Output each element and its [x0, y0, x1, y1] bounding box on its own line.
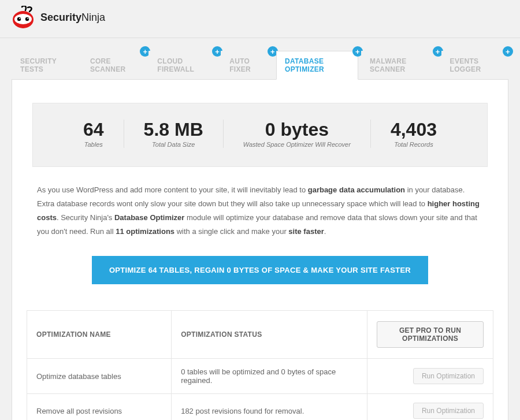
stat-wasted-value: 0 bytes [243, 120, 351, 140]
col-action: GET PRO TO RUN OPTIMIZATIONS [367, 311, 493, 359]
tab-malware-scanner[interactable]: MALWARE SCANNER+ [361, 51, 439, 79]
stat-records-value: 4,403 [391, 120, 437, 140]
stat-records: 4,403 Total Records [371, 120, 456, 148]
tab-core-scanner[interactable]: CORE SCANNER+ [81, 51, 146, 79]
tab-label: MALWARE SCANNER [370, 57, 406, 73]
opt-name: Optimize database tables [27, 359, 172, 394]
tab-auto-fixer[interactable]: AUTO FIXER+ [221, 51, 273, 79]
table-row: Optimize database tables0 tables will be… [27, 359, 493, 394]
stat-tables-label: Tables [83, 141, 104, 148]
stat-wasted-label: Wasted Space Optimizer Will Recover [243, 141, 351, 148]
description-text: As you use WordPress and add more conten… [37, 183, 483, 239]
optimize-all-button[interactable]: OPTIMIZE 64 TABLES, REGAIN 0 BYTES OF SP… [92, 256, 428, 284]
tab-label: AUTO FIXER [229, 57, 251, 73]
tab-label: DATABASE OPTIMIZER [285, 57, 324, 73]
tab-label: CLOUD FIREWALL [157, 57, 194, 73]
stat-size: 5.8 MB Total Data Size [124, 120, 224, 148]
opt-status: 0 tables will be optimized and 0 bytes o… [172, 359, 367, 394]
svg-point-2 [17, 17, 21, 21]
optimizations-table: OPTIMIZATION NAME OPTIMIZATION STATUS GE… [27, 310, 493, 420]
opt-name: Remove all post revisions [27, 394, 172, 420]
tab-security-tests[interactable]: SECURITY TESTS [12, 51, 79, 79]
stat-tables-value: 64 [83, 120, 104, 140]
stat-size-value: 5.8 MB [144, 120, 203, 140]
tab-bar: SECURITY TESTSCORE SCANNER+CLOUD FIREWAL… [12, 51, 508, 79]
run-optimization-button[interactable]: Run Optimization [413, 368, 484, 384]
stat-size-label: Total Data Size [144, 141, 203, 148]
table-row: Remove all post revisions182 post revisi… [27, 394, 493, 420]
tab-cloud-firewall[interactable]: CLOUD FIREWALL+ [148, 51, 218, 79]
opt-action-cell: Run Optimization [367, 394, 493, 420]
ninja-icon [10, 6, 36, 29]
svg-point-1 [14, 14, 32, 24]
svg-point-5 [27, 18, 28, 19]
opt-status: 182 post revisions found for removal. [172, 394, 367, 420]
svg-point-4 [19, 18, 20, 19]
tab-events-logger[interactable]: EVENTS LOGGER+ [441, 51, 508, 79]
brand-name: SecurityNinja [40, 12, 105, 24]
stat-records-label: Total Records [391, 141, 437, 148]
main-panel: 64 Tables 5.8 MB Total Data Size 0 bytes… [12, 79, 508, 420]
tab-label: EVENTS LOGGER [450, 57, 481, 73]
stat-tables: 64 Tables [64, 120, 124, 148]
stat-wasted: 0 bytes Wasted Space Optimizer Will Reco… [224, 120, 371, 148]
run-optimization-button[interactable]: Run Optimization [413, 403, 484, 419]
brand-logo: SecurityNinja [10, 6, 510, 29]
app-header: SecurityNinja [0, 0, 520, 38]
opt-action-cell: Run Optimization [367, 359, 493, 394]
col-optimization-name: OPTIMIZATION NAME [27, 311, 172, 359]
tab-database-optimizer[interactable]: DATABASE OPTIMIZER+ [276, 51, 358, 80]
stats-summary: 64 Tables 5.8 MB Total Data Size 0 bytes… [32, 103, 488, 167]
tab-label: CORE SCANNER [90, 57, 125, 73]
svg-point-3 [25, 17, 29, 21]
col-optimization-status: OPTIMIZATION STATUS [172, 311, 367, 359]
get-pro-button[interactable]: GET PRO TO RUN OPTIMIZATIONS [377, 321, 484, 348]
plus-icon: + [503, 46, 513, 57]
tab-label: SECURITY TESTS [20, 57, 57, 73]
